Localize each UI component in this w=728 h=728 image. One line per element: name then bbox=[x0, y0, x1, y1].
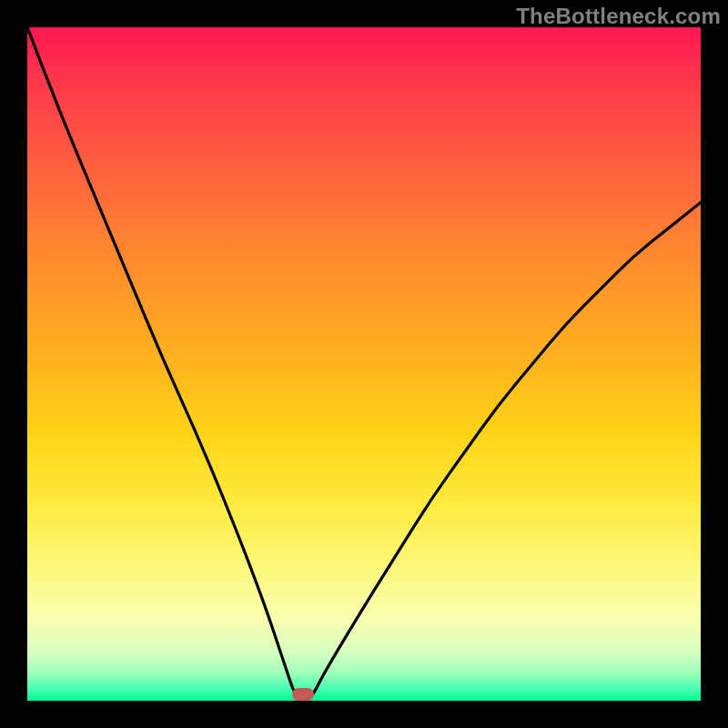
chart-frame: TheBottleneck.com bbox=[0, 0, 728, 728]
watermark-text: TheBottleneck.com bbox=[516, 4, 721, 29]
optimal-marker bbox=[292, 688, 314, 701]
bottleneck-curve bbox=[27, 27, 701, 701]
plot-area bbox=[27, 27, 701, 701]
